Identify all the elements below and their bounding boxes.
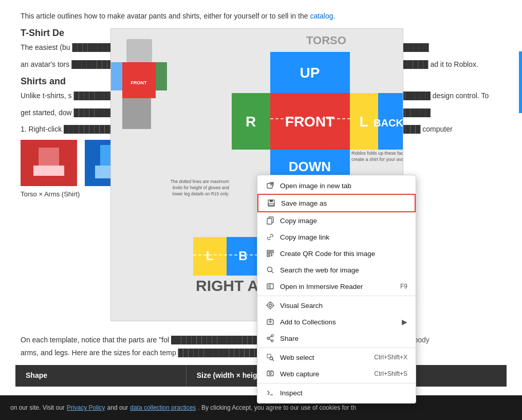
svg-point-71 (268, 267, 272, 272)
svg-point-97 (269, 373, 271, 375)
menu-item-open-new-tab[interactable]: Open image in new tab (257, 177, 416, 194)
svg-text:DOWN: DOWN (289, 159, 331, 174)
copy-icon (266, 216, 275, 225)
svg-point-90 (271, 340, 273, 342)
svg-rect-1 (39, 148, 59, 166)
svg-text:B: B (238, 249, 247, 263)
menu-item-copy-image[interactable]: Copy image (257, 212, 416, 229)
menu-item-copy-image-link[interactable]: Copy image link (257, 229, 416, 245)
svg-line-91 (269, 336, 271, 338)
menu-item-web-select[interactable]: Web select Ctrl+Shift+X (257, 349, 416, 366)
qr-icon (266, 249, 275, 258)
arrow-icon: ▶ (402, 318, 407, 326)
svg-text:Roblox folds up these faces to: Roblox folds up these faces to (351, 151, 403, 156)
external-link-icon (266, 181, 275, 190)
svg-text:create a shirt for your avatar: create a shirt for your avatar. (351, 157, 403, 162)
torso-label: TORSO (306, 34, 346, 47)
menu-item-add-collections[interactable]: Add to Collections ▶ (257, 314, 416, 330)
share-icon (266, 334, 275, 343)
visual-search-icon (266, 301, 275, 310)
link-icon (266, 232, 275, 242)
svg-line-92 (269, 339, 271, 340)
svg-rect-65 (272, 251, 273, 252)
svg-line-72 (272, 271, 274, 273)
svg-text:The dotted lines are maximum: The dotted lines are maximum (171, 179, 229, 184)
collection-icon (266, 317, 275, 326)
svg-rect-11 (122, 98, 137, 129)
svg-rect-96 (267, 371, 273, 376)
menu-divider-3 (257, 383, 416, 384)
svg-text:FRONT: FRONT (285, 114, 334, 130)
svg-text:UP: UP (300, 65, 320, 81)
menu-item-save-image-as[interactable]: Save image as (257, 194, 416, 212)
web-select-icon (266, 353, 275, 362)
svg-line-55 (270, 182, 273, 186)
svg-rect-9 (111, 62, 122, 90)
svg-rect-12 (137, 98, 151, 129)
svg-text:limits for height of gloves an: limits for height of gloves and (173, 185, 229, 190)
svg-rect-64 (268, 251, 269, 252)
web-capture-icon (266, 369, 275, 378)
svg-point-89 (267, 337, 269, 339)
svg-text:BACK: BACK (374, 117, 403, 129)
menu-item-web-capture[interactable]: Web capture Ctrl+Shift+S (257, 366, 416, 382)
svg-text:lower leg details on R15 only.: lower leg details on R15 only. (173, 191, 229, 196)
svg-text:L: L (206, 249, 214, 263)
immersive-shortcut: F9 (400, 283, 407, 290)
svg-rect-57 (270, 200, 273, 202)
inspect-icon (266, 388, 275, 397)
svg-point-78 (268, 303, 273, 308)
svg-text:R: R (246, 114, 256, 130)
data-collection-link[interactable]: data collection practices (130, 404, 196, 411)
menu-item-visual-search[interactable]: Visual Search (257, 297, 416, 314)
menu-divider-1 (257, 296, 416, 296)
menu-item-inspect[interactable]: Inspect (257, 385, 416, 401)
right-sidebar-bar (519, 51, 522, 113)
context-menu: Open image in new tab Save image as Copy… (257, 175, 416, 404)
svg-point-79 (269, 304, 272, 307)
svg-rect-7 (126, 39, 152, 62)
menu-divider-2 (257, 348, 416, 348)
svg-rect-10 (156, 62, 167, 90)
web-capture-shortcut: Ctrl+Shift+S (374, 370, 407, 377)
svg-text:FRONT: FRONT (131, 80, 147, 85)
menu-item-search-web[interactable]: Search the web for image (257, 262, 416, 278)
svg-rect-2 (33, 166, 64, 176)
search-icon (266, 265, 275, 275)
save-icon (267, 198, 276, 208)
menu-item-create-qr[interactable]: Create QR Code for this image (257, 245, 416, 262)
svg-text:L: L (359, 114, 368, 130)
privacy-policy-link[interactable]: Privacy Policy (67, 404, 105, 411)
menu-item-share[interactable]: Share (257, 330, 416, 346)
svg-rect-66 (268, 255, 269, 256)
thumb1 (21, 140, 77, 186)
svg-point-95 (270, 357, 273, 360)
intro-paragraph: This article outlines how to make avatar… (21, 10, 501, 22)
shape-col-header: Shape (15, 365, 187, 387)
reader-icon (266, 282, 275, 291)
svg-rect-58 (269, 204, 274, 206)
catalog-link[interactable]: catalog. (310, 12, 335, 20)
svg-point-88 (271, 335, 273, 337)
svg-rect-60 (267, 218, 272, 224)
web-select-shortcut: Ctrl+Shift+X (374, 354, 407, 361)
menu-item-immersive-reader[interactable]: Open in Immersive Reader F9 (257, 278, 416, 295)
